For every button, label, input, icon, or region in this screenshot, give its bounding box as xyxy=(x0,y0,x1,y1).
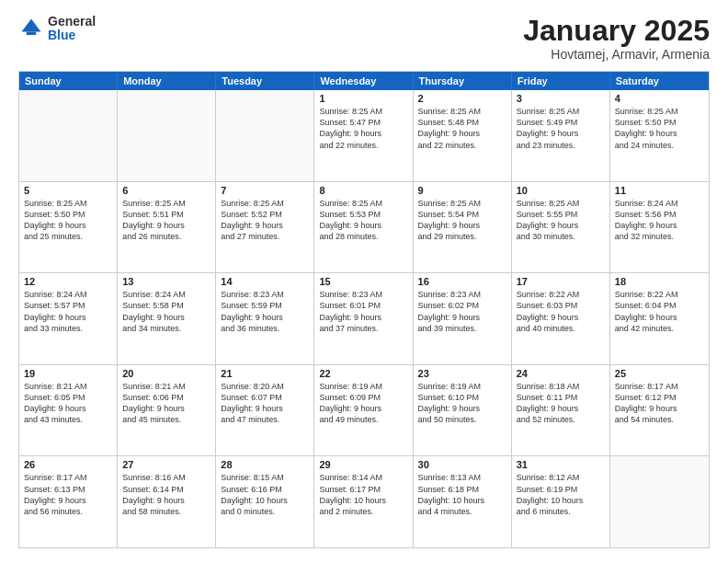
day-number: 22 xyxy=(319,368,407,379)
header-day-friday: Friday xyxy=(512,72,610,90)
header: General Blue January 2025 Hovtamej, Arma… xyxy=(18,15,710,62)
day-info: Sunrise: 8:25 AM Sunset: 5:55 PM Dayligh… xyxy=(517,198,605,243)
day-info: Sunrise: 8:14 AM Sunset: 6:17 PM Dayligh… xyxy=(319,472,407,517)
day-info: Sunrise: 8:25 AM Sunset: 5:53 PM Dayligh… xyxy=(319,198,407,243)
calendar-day-24: 24Sunrise: 8:18 AM Sunset: 6:11 PM Dayli… xyxy=(512,365,610,456)
day-number: 14 xyxy=(221,276,309,287)
day-number: 16 xyxy=(418,276,506,287)
calendar-header: SundayMondayTuesdayWednesdayThursdayFrid… xyxy=(19,72,709,90)
calendar-day-3: 3Sunrise: 8:25 AM Sunset: 5:49 PM Daylig… xyxy=(512,90,610,181)
svg-marker-0 xyxy=(22,19,41,32)
day-number: 15 xyxy=(319,276,407,287)
calendar-day-empty-4-6 xyxy=(610,456,709,547)
header-day-sunday: Sunday xyxy=(19,72,118,90)
day-number: 9 xyxy=(418,185,506,196)
day-info: Sunrise: 8:25 AM Sunset: 5:49 PM Dayligh… xyxy=(517,106,605,151)
location: Hovtamej, Armavir, Armenia xyxy=(523,47,710,62)
calendar-day-30: 30Sunrise: 8:13 AM Sunset: 6:18 PM Dayli… xyxy=(414,456,512,547)
day-info: Sunrise: 8:23 AM Sunset: 6:02 PM Dayligh… xyxy=(418,289,506,334)
page: General Blue January 2025 Hovtamej, Arma… xyxy=(0,0,728,563)
day-info: Sunrise: 8:19 AM Sunset: 6:09 PM Dayligh… xyxy=(319,381,407,426)
day-info: Sunrise: 8:25 AM Sunset: 5:47 PM Dayligh… xyxy=(319,106,407,151)
day-info: Sunrise: 8:22 AM Sunset: 6:03 PM Dayligh… xyxy=(517,289,605,334)
day-info: Sunrise: 8:23 AM Sunset: 5:59 PM Dayligh… xyxy=(221,289,309,334)
day-number: 7 xyxy=(221,185,309,196)
calendar-day-1: 1Sunrise: 8:25 AM Sunset: 5:47 PM Daylig… xyxy=(314,90,413,181)
logo-blue: Blue xyxy=(48,29,96,42)
day-info: Sunrise: 8:13 AM Sunset: 6:18 PM Dayligh… xyxy=(418,472,506,517)
calendar-day-empty-0-2 xyxy=(216,90,314,181)
day-info: Sunrise: 8:24 AM Sunset: 5:57 PM Dayligh… xyxy=(24,289,112,334)
day-info: Sunrise: 8:24 AM Sunset: 5:58 PM Dayligh… xyxy=(122,289,210,334)
day-number: 10 xyxy=(517,185,605,196)
calendar-day-19: 19Sunrise: 8:21 AM Sunset: 6:05 PM Dayli… xyxy=(19,365,118,456)
calendar-day-8: 8Sunrise: 8:25 AM Sunset: 5:53 PM Daylig… xyxy=(314,182,413,273)
calendar-day-31: 31Sunrise: 8:12 AM Sunset: 6:19 PM Dayli… xyxy=(512,456,610,547)
header-day-monday: Monday xyxy=(118,72,216,90)
logo: General Blue xyxy=(18,15,96,43)
day-number: 24 xyxy=(517,368,605,379)
calendar-day-28: 28Sunrise: 8:15 AM Sunset: 6:16 PM Dayli… xyxy=(216,456,314,547)
day-info: Sunrise: 8:25 AM Sunset: 5:50 PM Dayligh… xyxy=(24,198,112,243)
day-info: Sunrise: 8:16 AM Sunset: 6:14 PM Dayligh… xyxy=(122,472,210,517)
calendar-week-1: 1Sunrise: 8:25 AM Sunset: 5:47 PM Daylig… xyxy=(19,90,709,182)
calendar-day-14: 14Sunrise: 8:23 AM Sunset: 5:59 PM Dayli… xyxy=(216,273,314,364)
header-day-saturday: Saturday xyxy=(610,72,709,90)
logo-icon xyxy=(18,16,44,41)
day-number: 12 xyxy=(24,276,112,287)
day-info: Sunrise: 8:15 AM Sunset: 6:16 PM Dayligh… xyxy=(221,472,309,517)
header-day-thursday: Thursday xyxy=(414,72,512,90)
calendar-week-4: 19Sunrise: 8:21 AM Sunset: 6:05 PM Dayli… xyxy=(19,365,709,457)
calendar-week-2: 5Sunrise: 8:25 AM Sunset: 5:50 PM Daylig… xyxy=(19,182,709,274)
day-info: Sunrise: 8:25 AM Sunset: 5:51 PM Dayligh… xyxy=(122,198,210,243)
day-number: 5 xyxy=(24,185,112,196)
calendar-day-10: 10Sunrise: 8:25 AM Sunset: 5:55 PM Dayli… xyxy=(512,182,610,273)
calendar-day-27: 27Sunrise: 8:16 AM Sunset: 6:14 PM Dayli… xyxy=(118,456,216,547)
day-number: 30 xyxy=(418,459,506,470)
day-info: Sunrise: 8:25 AM Sunset: 5:48 PM Dayligh… xyxy=(418,106,506,151)
calendar-day-15: 15Sunrise: 8:23 AM Sunset: 6:01 PM Dayli… xyxy=(314,273,413,364)
calendar-day-empty-0-1 xyxy=(118,90,216,181)
calendar-day-9: 9Sunrise: 8:25 AM Sunset: 5:54 PM Daylig… xyxy=(414,182,512,273)
svg-rect-1 xyxy=(27,32,37,36)
day-number: 28 xyxy=(221,459,309,470)
calendar-body: 1Sunrise: 8:25 AM Sunset: 5:47 PM Daylig… xyxy=(19,90,709,547)
day-number: 1 xyxy=(319,93,407,104)
logo-general: General xyxy=(48,15,96,29)
calendar-week-5: 26Sunrise: 8:17 AM Sunset: 6:13 PM Dayli… xyxy=(19,456,709,547)
calendar-day-22: 22Sunrise: 8:19 AM Sunset: 6:09 PM Dayli… xyxy=(314,365,413,456)
day-info: Sunrise: 8:22 AM Sunset: 6:04 PM Dayligh… xyxy=(615,289,704,334)
calendar-day-5: 5Sunrise: 8:25 AM Sunset: 5:50 PM Daylig… xyxy=(19,182,118,273)
day-info: Sunrise: 8:17 AM Sunset: 6:13 PM Dayligh… xyxy=(24,472,112,517)
calendar-day-13: 13Sunrise: 8:24 AM Sunset: 5:58 PM Dayli… xyxy=(118,273,216,364)
day-number: 3 xyxy=(517,93,605,104)
calendar-day-4: 4Sunrise: 8:25 AM Sunset: 5:50 PM Daylig… xyxy=(610,90,709,181)
day-number: 20 xyxy=(122,368,210,379)
day-number: 8 xyxy=(319,185,407,196)
day-number: 6 xyxy=(122,185,210,196)
day-number: 11 xyxy=(615,185,704,196)
day-number: 26 xyxy=(24,459,112,470)
calendar-day-29: 29Sunrise: 8:14 AM Sunset: 6:17 PM Dayli… xyxy=(314,456,413,547)
day-number: 27 xyxy=(122,459,210,470)
calendar-day-11: 11Sunrise: 8:24 AM Sunset: 5:56 PM Dayli… xyxy=(610,182,709,273)
day-info: Sunrise: 8:25 AM Sunset: 5:52 PM Dayligh… xyxy=(221,198,309,243)
day-info: Sunrise: 8:19 AM Sunset: 6:10 PM Dayligh… xyxy=(418,381,506,426)
day-number: 17 xyxy=(517,276,605,287)
day-info: Sunrise: 8:12 AM Sunset: 6:19 PM Dayligh… xyxy=(517,472,605,517)
day-number: 23 xyxy=(418,368,506,379)
day-info: Sunrise: 8:21 AM Sunset: 6:05 PM Dayligh… xyxy=(24,381,112,426)
day-info: Sunrise: 8:17 AM Sunset: 6:12 PM Dayligh… xyxy=(615,381,704,426)
header-day-tuesday: Tuesday xyxy=(216,72,314,90)
calendar-week-3: 12Sunrise: 8:24 AM Sunset: 5:57 PM Dayli… xyxy=(19,273,709,365)
day-info: Sunrise: 8:24 AM Sunset: 5:56 PM Dayligh… xyxy=(615,198,704,243)
calendar-day-18: 18Sunrise: 8:22 AM Sunset: 6:04 PM Dayli… xyxy=(610,273,709,364)
day-info: Sunrise: 8:18 AM Sunset: 6:11 PM Dayligh… xyxy=(517,381,605,426)
calendar-day-20: 20Sunrise: 8:21 AM Sunset: 6:06 PM Dayli… xyxy=(118,365,216,456)
calendar-day-12: 12Sunrise: 8:24 AM Sunset: 5:57 PM Dayli… xyxy=(19,273,118,364)
calendar-day-6: 6Sunrise: 8:25 AM Sunset: 5:51 PM Daylig… xyxy=(118,182,216,273)
calendar-day-2: 2Sunrise: 8:25 AM Sunset: 5:48 PM Daylig… xyxy=(414,90,512,181)
day-info: Sunrise: 8:25 AM Sunset: 5:54 PM Dayligh… xyxy=(418,198,506,243)
calendar-day-23: 23Sunrise: 8:19 AM Sunset: 6:10 PM Dayli… xyxy=(414,365,512,456)
logo-text: General Blue xyxy=(48,15,96,43)
